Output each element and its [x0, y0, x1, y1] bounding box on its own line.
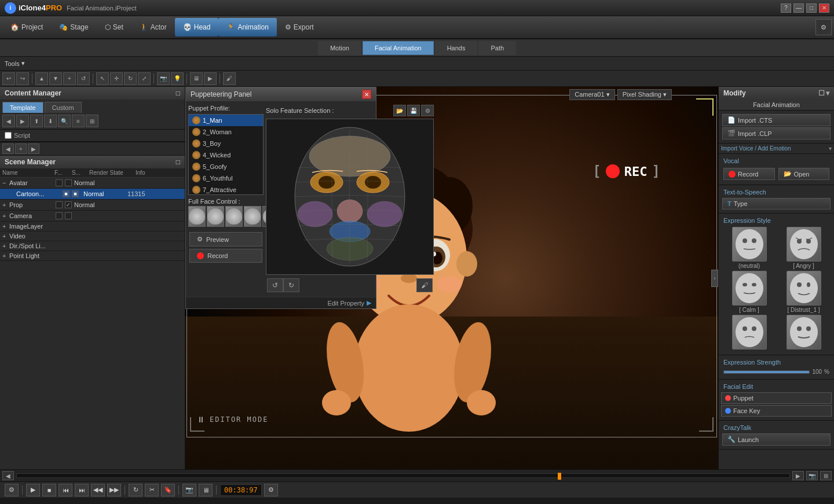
profile-7-attractive[interactable]: 7_Attractive — [189, 184, 263, 195]
expand-right-btn[interactable]: › — [711, 270, 718, 287]
sm-row-imagelayer[interactable]: + ImageLayer — [0, 222, 185, 231]
sm-row-dirspot[interactable]: + Dir./Spot Li... — [0, 241, 185, 251]
content-manager-collapse[interactable]: □ — [176, 89, 180, 97]
expr-angry[interactable]: [ Angry ] — [777, 227, 830, 269]
expr-5[interactable] — [723, 315, 776, 351]
profile-3-boy[interactable]: 3_Boy — [189, 138, 263, 149]
tb-select[interactable]: ↖ — [96, 72, 109, 85]
sm-prev[interactable]: ◀ — [2, 144, 14, 154]
pb-rew-btn[interactable]: ◀◀ — [91, 484, 105, 496]
tb-rotate-l[interactable]: ↺ — [77, 72, 90, 85]
tb-move-up[interactable]: ▲ — [35, 72, 48, 85]
cm-tb-2[interactable]: ▶ — [16, 115, 29, 127]
type-btn[interactable]: T Type — [722, 198, 831, 209]
profile-1-man[interactable]: 1_Man — [189, 115, 263, 126]
cm-tb-4[interactable]: ⬇ — [44, 115, 57, 127]
scene-manager-collapse[interactable]: □ — [176, 158, 180, 166]
solo-settings[interactable]: ⚙ — [421, 105, 434, 116]
subnav-facial-animation[interactable]: Facial Animation — [363, 41, 434, 55]
modify-check[interactable]: ☐ — [818, 89, 825, 97]
sm-row-avatar[interactable]: − Avatar Normal — [0, 178, 185, 189]
import-cts-btn[interactable]: 📄 Import .CTS — [722, 114, 831, 126]
prop-s-check[interactable]: ✓ — [65, 201, 74, 209]
import-clp-btn[interactable]: 🎬 Import .CLP — [722, 127, 831, 139]
profile-6-youthful[interactable]: 6_Youthful — [189, 172, 263, 184]
nav-animation[interactable]: 🏃 Animation — [218, 18, 276, 36]
minimize-button[interactable]: — — [793, 3, 804, 13]
avatar-s-check[interactable] — [65, 179, 74, 187]
pb-config-btn[interactable]: ⚙ — [5, 484, 19, 496]
maximize-button[interactable]: □ — [806, 3, 817, 13]
vocal-open-btn[interactable]: 📂 Open — [778, 168, 830, 180]
pb-settings-btn[interactable]: ⚙ — [264, 484, 278, 496]
tl-camera-btn[interactable]: 📷 — [806, 471, 818, 480]
puppet-btn[interactable]: Puppet — [721, 392, 832, 404]
record-button-puppet[interactable]: Record — [189, 249, 262, 263]
expr-neutral[interactable]: (neutral) — [723, 227, 776, 269]
cm-tb-5[interactable]: 🔍 — [58, 115, 71, 127]
tb-move-down[interactable]: ▼ — [49, 72, 62, 85]
tl-expand-btn[interactable]: ⊞ — [820, 471, 832, 480]
pb-cam-btn[interactable]: 📷 — [182, 484, 196, 496]
solo-save[interactable]: 💾 — [407, 105, 420, 116]
pb-next-btn[interactable]: ⏭ — [75, 484, 89, 496]
pb-loop-btn[interactable]: ↻ — [129, 484, 142, 496]
nav-actor[interactable]: 🚶 Actor — [131, 18, 175, 36]
camera-select[interactable]: Camera01 ▾ — [569, 89, 614, 100]
sm-add[interactable]: + — [15, 144, 27, 154]
dirspot-expand[interactable]: + — [2, 242, 9, 249]
launch-btn[interactable]: 🔧 Launch — [722, 433, 831, 446]
profile-list[interactable]: 1_Man 2_Woman 3_Boy — [188, 114, 264, 195]
expr-distrust[interactable]: [ Distrust_1 ] — [777, 271, 830, 313]
cm-tb-7[interactable]: ⊞ — [86, 115, 98, 127]
tb-add[interactable]: + — [63, 72, 76, 85]
shading-select[interactable]: Pixel Shading ▾ — [617, 89, 672, 100]
subnav-hands[interactable]: Hands — [435, 41, 478, 55]
tl-prev-btn[interactable]: ◀ — [2, 471, 14, 480]
script-checkbox[interactable]: Script — [5, 132, 180, 139]
profile-5-goofy[interactable]: 5_Goofy — [189, 161, 263, 172]
pb-play-btn[interactable]: ▶ — [26, 484, 40, 496]
puppeteering-panel-close[interactable]: ✕ — [362, 90, 371, 99]
subnav-motion[interactable]: Motion — [318, 41, 361, 55]
sm-row-camera[interactable]: + Camera — [0, 211, 185, 222]
timeline-track[interactable] — [16, 473, 790, 478]
sm-row-pointlight[interactable]: + Point Light — [0, 251, 185, 261]
nav-project[interactable]: 🏠 Project — [2, 18, 51, 36]
profile-4-wicked[interactable]: 4_Wicked — [189, 149, 263, 161]
imagelayer-expand[interactable]: + — [2, 223, 9, 230]
pb-marker-btn[interactable]: 🔖 — [161, 484, 175, 496]
tb-paint[interactable]: 🖌 — [223, 72, 236, 85]
nav-stage[interactable]: 🎭 Stage — [51, 18, 96, 36]
tb-camera[interactable]: 📷 — [157, 72, 170, 85]
pb-ffw-btn[interactable]: ▶▶ — [107, 484, 121, 496]
expr-6[interactable] — [777, 315, 830, 351]
sm-next[interactable]: ▶ — [28, 144, 39, 154]
profile-2-woman[interactable]: 2_Woman — [189, 126, 263, 138]
cm-tb-6[interactable]: ≡ — [72, 115, 85, 127]
pointlight-expand[interactable]: + — [2, 252, 9, 259]
face-btn-4[interactable] — [244, 206, 261, 227]
expr-calm[interactable]: [ Calm ] — [723, 271, 776, 313]
help-button[interactable]: ? — [781, 3, 791, 13]
nav-set[interactable]: ⬡ Set — [97, 18, 131, 36]
script-check-input[interactable] — [5, 132, 12, 139]
pb-prev-btn[interactable]: ⏮ — [58, 484, 72, 496]
settings-icon-btn[interactable]: ⚙ — [815, 19, 832, 35]
tl-next-btn[interactable]: ▶ — [792, 471, 804, 480]
tb-render[interactable]: 🖥 — [190, 72, 203, 85]
avatar-expand[interactable]: − — [2, 179, 9, 186]
video-expand[interactable]: + — [2, 233, 9, 240]
preview-button[interactable]: ⚙ Preview — [189, 232, 262, 247]
pb-render-btn[interactable]: 🖥 — [199, 484, 213, 496]
vocal-record-btn[interactable]: Record — [723, 168, 775, 180]
pb-stop-btn[interactable]: ■ — [42, 484, 56, 496]
modify-collapse-arrow[interactable]: ▾ — [826, 89, 829, 97]
tb-move[interactable]: ✛ — [110, 72, 123, 85]
reset-btn[interactable]: ↻ — [283, 278, 299, 292]
pause-button[interactable]: ⏸ — [197, 415, 205, 424]
nav-export[interactable]: ⚙ Export — [277, 18, 322, 36]
tb-rotate[interactable]: ↻ — [124, 72, 137, 85]
edit-brush-btn[interactable]: 🖌 — [416, 278, 433, 292]
tb-undo[interactable]: ↩ — [2, 72, 15, 85]
